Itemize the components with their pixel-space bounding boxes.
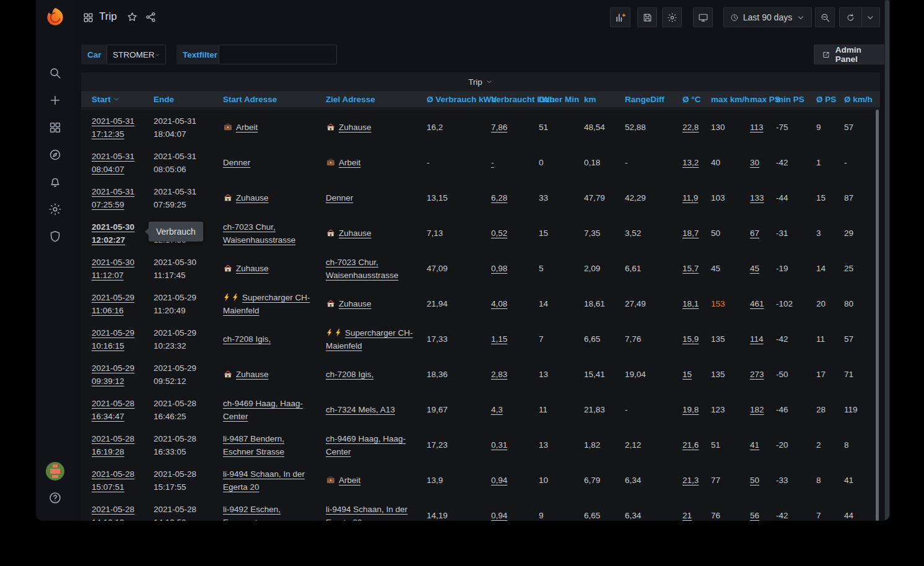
cell-start[interactable]: 2021-05-3107:25:59 <box>92 180 154 216</box>
cell-start[interactable]: 2021-05-2911:06:16 <box>92 286 154 321</box>
cell-ziel-adresse[interactable]: Denner <box>326 180 427 216</box>
cell-start-adresse[interactable]: ch-7208 Igis, <box>223 321 326 357</box>
cell-verbraucht-kwh[interactable]: 4,08 <box>491 286 539 321</box>
cell-ziel-adresse[interactable]: Arbeit <box>326 145 427 180</box>
cell-c[interactable]: 18,1 <box>682 286 711 321</box>
cell-max-ps[interactable]: 182 <box>750 392 776 427</box>
cell-verbraucht-kwh[interactable]: 2,83 <box>491 357 539 392</box>
column-header-rangediff[interactable]: RangeDiff <box>625 95 682 104</box>
cell-max-ps[interactable]: 114 <box>750 321 776 357</box>
cell-c[interactable]: 15 <box>682 357 711 392</box>
cell-ziel-adresse[interactable]: Zuhause <box>326 216 427 251</box>
column-header-ps[interactable]: Ø PS <box>816 95 844 104</box>
column-header-km-h[interactable]: Ø km/h <box>844 95 880 104</box>
cell-max-ps[interactable]: 67 <box>750 216 776 251</box>
cell-start-adresse[interactable]: ch-9469 Haag, Haag-Center <box>223 392 326 427</box>
cell-c[interactable]: 11,9 <box>682 180 711 216</box>
cell-start[interactable]: 2021-05-2816:19:28 <box>92 427 154 463</box>
cell-start-adresse[interactable]: Zuhause <box>223 251 326 286</box>
cell-ziel-adresse[interactable]: Zuhause <box>326 110 427 145</box>
column-header-dauer-min[interactable]: Dauer Min <box>539 95 584 104</box>
grafana-logo-icon[interactable] <box>44 6 66 28</box>
cell-ziel-adresse[interactable]: li-9494 Schaan, In der Egerta 20 <box>326 498 427 521</box>
cell-start-adresse[interactable]: li-9494 Schaan, In der Egerta 20 <box>223 463 326 498</box>
cell-max-ps[interactable]: 273 <box>750 357 776 392</box>
cell-ziel-adresse[interactable]: ch-9469 Haag, Haag-Center <box>326 427 427 463</box>
cell-verbraucht-kwh[interactable]: 0,94 <box>491 498 539 521</box>
search-icon[interactable] <box>48 66 62 80</box>
cell-ziel-adresse[interactable]: ch-7324 Mels, A13 <box>326 392 427 427</box>
cell-ziel-adresse[interactable]: Arbeit <box>326 463 427 498</box>
cell-c[interactable]: 19,8 <box>682 392 711 427</box>
alerting-icon[interactable] <box>48 175 62 189</box>
cell-ziel-adresse[interactable]: ch-7208 Igis, <box>326 357 427 392</box>
save-dashboard-button[interactable] <box>637 7 657 27</box>
cell-verbraucht-kwh[interactable]: - <box>491 145 539 180</box>
page-scrollbar[interactable] <box>884 0 890 521</box>
cell-verbraucht-kwh[interactable]: 0,52 <box>491 216 539 251</box>
user-avatar[interactable] <box>46 462 64 481</box>
dashboard-settings-button[interactable] <box>662 7 682 27</box>
configuration-icon[interactable] <box>48 202 62 216</box>
cell-start[interactable]: 2021-05-3108:04:07 <box>92 145 154 180</box>
create-icon[interactable] <box>48 94 62 107</box>
explore-icon[interactable] <box>48 148 62 162</box>
column-header-ende[interactable]: Ende <box>154 95 223 104</box>
cell-c[interactable]: 15,7 <box>682 251 711 286</box>
cell-start-adresse[interactable]: ch-7023 Chur, Waisenhausstrasse <box>223 216 326 251</box>
table-scrollbar[interactable] <box>876 110 879 521</box>
cell-verbraucht-kwh[interactable]: 0,94 <box>491 463 539 498</box>
column-header-max-ps[interactable]: max PS <box>750 95 776 104</box>
cell-start[interactable]: 2021-05-2816:34:47 <box>92 392 154 427</box>
cell-ziel-adresse[interactable]: ch-7023 Chur, Waisenhausstrasse <box>326 251 427 286</box>
zoom-out-button[interactable] <box>815 7 835 27</box>
column-header-verbrauch-kwh[interactable]: Ø Verbrauch kWh <box>427 95 491 104</box>
cell-start[interactable]: 2021-05-2815:07:51 <box>92 463 154 498</box>
cell-start-adresse[interactable]: Supercharger CH-Maienfeld <box>223 286 326 321</box>
cell-c[interactable]: 13,2 <box>682 145 711 180</box>
dashboards-icon[interactable] <box>48 121 62 134</box>
column-header-c[interactable]: Ø °C <box>682 95 711 104</box>
cell-start[interactable]: 2021-05-2909:39:12 <box>92 357 154 392</box>
column-header-max-km-h[interactable]: max km/h <box>711 95 750 104</box>
cell-c[interactable]: 21 <box>682 498 711 521</box>
cell-start-adresse[interactable]: Zuhause <box>223 180 326 216</box>
cell-max-ps[interactable]: 30 <box>750 145 776 180</box>
car-variable-select[interactable]: STROMER <box>107 45 166 64</box>
favorite-star-icon[interactable] <box>126 11 138 23</box>
cell-verbraucht-kwh[interactable]: 4,3 <box>491 392 539 427</box>
cell-start-adresse[interactable]: li-9487 Bendern, Eschner Strasse <box>223 427 326 463</box>
cell-c[interactable]: 15,9 <box>682 321 711 357</box>
server-admin-icon[interactable] <box>48 230 62 243</box>
cell-max-ps[interactable]: 113 <box>750 110 776 145</box>
cell-verbraucht-kwh[interactable]: 1,15 <box>491 321 539 357</box>
cell-max-ps[interactable]: 133 <box>750 180 776 216</box>
cell-ziel-adresse[interactable]: Zuhause <box>326 286 427 321</box>
column-header-start[interactable]: Start <box>92 95 154 104</box>
add-panel-button[interactable] <box>610 7 630 27</box>
cell-ziel-adresse[interactable]: Supercharger CH-Maienfeld <box>326 321 427 357</box>
cell-start[interactable]: 2021-05-2814:10:19 <box>92 498 154 521</box>
column-header-start-adresse[interactable]: Start Adresse <box>223 95 326 104</box>
column-header-ziel-adresse[interactable]: Ziel Adresse <box>326 95 427 104</box>
kiosk-mode-button[interactable] <box>693 7 713 27</box>
column-header-km[interactable]: km <box>584 95 625 104</box>
cell-start-adresse[interactable]: li-9492 Eschen, Essanestrasse <box>223 498 326 521</box>
cell-max-ps[interactable]: 461 <box>750 286 776 321</box>
cell-start[interactable]: 2021-05-3117:12:35 <box>92 110 154 145</box>
cell-max-ps[interactable]: 56 <box>750 498 776 521</box>
time-range-picker[interactable]: Last 90 days <box>723 7 812 27</box>
column-header-min-ps[interactable]: min PS <box>776 95 816 104</box>
cell-c[interactable]: 18,7 <box>682 216 711 251</box>
cell-start[interactable]: 2021-05-2910:16:15 <box>92 321 154 357</box>
refresh-interval-chevron-icon[interactable] <box>866 12 875 23</box>
textfilter-input[interactable] <box>219 45 337 64</box>
cell-c[interactable]: 22,8 <box>682 110 711 145</box>
cell-max-ps[interactable]: 41 <box>750 427 776 463</box>
cell-start[interactable]: 2021-05-3012:02:27 <box>92 216 154 251</box>
help-icon[interactable] <box>48 491 62 505</box>
column-header-verbraucht-kwh[interactable]: Verbraucht kWh <box>491 95 539 104</box>
cell-start-adresse[interactable]: Denner <box>223 145 326 180</box>
cell-verbraucht-kwh[interactable]: 0,98 <box>491 251 539 286</box>
cell-c[interactable]: 21,3 <box>682 463 711 498</box>
